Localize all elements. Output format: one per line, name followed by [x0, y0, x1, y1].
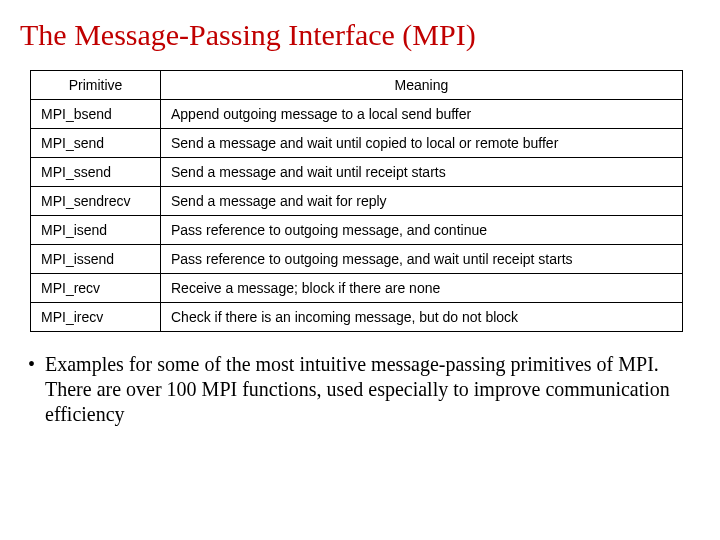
table-header-primitive: Primitive	[31, 71, 161, 100]
bullet-marker: •	[28, 352, 35, 377]
table-header-row: Primitive Meaning	[31, 71, 683, 100]
cell-meaning: Check if there is an incoming message, b…	[161, 303, 683, 332]
cell-meaning: Send a message and wait until copied to …	[161, 129, 683, 158]
table-row: MPI_sendrecv Send a message and wait for…	[31, 187, 683, 216]
cell-meaning: Pass reference to outgoing message, and …	[161, 245, 683, 274]
cell-meaning: Send a message and wait until receipt st…	[161, 158, 683, 187]
table-row: MPI_recv Receive a message; block if the…	[31, 274, 683, 303]
table-row: MPI_issend Pass reference to outgoing me…	[31, 245, 683, 274]
table-row: MPI_ssend Send a message and wait until …	[31, 158, 683, 187]
cell-meaning: Send a message and wait for reply	[161, 187, 683, 216]
cell-primitive: MPI_ssend	[31, 158, 161, 187]
mpi-table: Primitive Meaning MPI_bsend Append outgo…	[30, 70, 683, 332]
cell-primitive: MPI_issend	[31, 245, 161, 274]
table-row: MPI_irecv Check if there is an incoming …	[31, 303, 683, 332]
cell-meaning: Pass reference to outgoing message, and …	[161, 216, 683, 245]
cell-primitive: MPI_recv	[31, 274, 161, 303]
cell-meaning: Receive a message; block if there are no…	[161, 274, 683, 303]
table-row: MPI_bsend Append outgoing message to a l…	[31, 100, 683, 129]
cell-primitive: MPI_irecv	[31, 303, 161, 332]
bullet-text: Examples for some of the most intuitive …	[45, 352, 692, 427]
cell-meaning: Append outgoing message to a local send …	[161, 100, 683, 129]
cell-primitive: MPI_bsend	[31, 100, 161, 129]
cell-primitive: MPI_send	[31, 129, 161, 158]
table-row: MPI_send Send a message and wait until c…	[31, 129, 683, 158]
cell-primitive: MPI_sendrecv	[31, 187, 161, 216]
cell-primitive: MPI_isend	[31, 216, 161, 245]
table-row: MPI_isend Pass reference to outgoing mes…	[31, 216, 683, 245]
bullet-item: • Examples for some of the most intuitiv…	[28, 352, 692, 427]
table-header-meaning: Meaning	[161, 71, 683, 100]
page-title: The Message-Passing Interface (MPI)	[20, 18, 700, 52]
